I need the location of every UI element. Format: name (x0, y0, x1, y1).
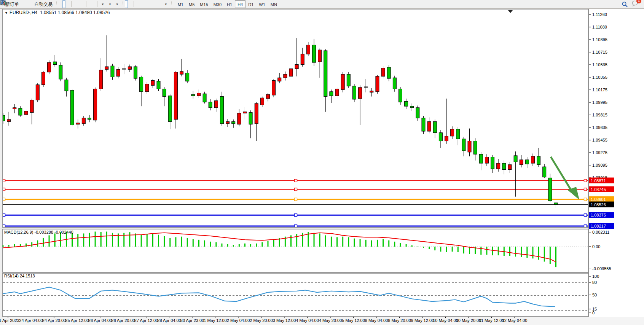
price-axis-label[interactable]: 1.10175 (592, 88, 607, 92)
time-axis-label[interactable]: 26 Apr 04:00 (88, 318, 112, 323)
rsi-axis-label[interactable]: 100 (592, 274, 599, 279)
notifications-button[interactable]: 1 (632, 0, 639, 8)
time-axis-label[interactable]: 21 Apr 2023 (0, 318, 19, 323)
timeframe-M1[interactable]: M1 (175, 0, 186, 8)
time-axis-label[interactable]: 10 May 04:00 (433, 318, 458, 323)
timeframe-M5[interactable]: M5 (186, 0, 197, 8)
macd-histogram-bar (544, 247, 545, 261)
price-axis-label[interactable]: 1.11260 (592, 12, 607, 17)
time-axis-label[interactable]: 3 May 12:00 (273, 318, 296, 323)
trendline-button[interactable] (143, 0, 147, 8)
timeframe-MN[interactable]: MN (268, 0, 280, 8)
timeframe-D1[interactable]: D1 (245, 0, 256, 8)
toolbar-grip[interactable] (122, 1, 124, 7)
text-button[interactable]: A (155, 0, 158, 8)
time-axis-label[interactable]: 5 May 12:00 (342, 318, 365, 323)
timeframe-H1[interactable]: H1 (224, 0, 235, 8)
channel-button[interactable]: E (147, 0, 150, 8)
line-handle[interactable] (295, 214, 297, 217)
time-axis-label[interactable]: 8 May 04:00 (365, 318, 388, 323)
time-axis-label[interactable]: 27 Apr 12:00 (134, 318, 158, 323)
new-order-button[interactable]: 新订单 (4, 0, 21, 8)
timeframe-W1[interactable]: W1 (256, 0, 268, 8)
time-axis-label[interactable]: 11 May 12:00 (479, 318, 504, 323)
crosshair-button[interactable] (129, 0, 132, 8)
line-handle[interactable] (295, 198, 297, 201)
time-axis-label[interactable]: 1 May 12:00 (204, 318, 227, 323)
time-axis-label[interactable]: 30 Apr 23:00 (180, 318, 204, 323)
price-axis-label[interactable]: 1.10355 (592, 75, 607, 80)
timeframe-M30[interactable]: M30 (211, 0, 224, 8)
time-axis-label[interactable]: 28 Apr 04:00 (157, 318, 181, 323)
search-icon[interactable] (622, 1, 628, 8)
periods-button[interactable]: ▼ (107, 0, 113, 8)
line-handle[interactable] (295, 179, 297, 182)
signal-button[interactable] (29, 0, 32, 8)
price-axis-label[interactable]: 1.09995 (592, 100, 607, 105)
arrow-objects-button[interactable]: ▼ (163, 0, 169, 8)
bar-chart-button[interactable] (59, 0, 62, 8)
time-axis-label[interactable]: 2 May 04:00 (227, 318, 250, 323)
price-axis-label[interactable]: 1.10895 (592, 37, 607, 42)
zoom-out-button[interactable] (77, 0, 80, 8)
time-axis-label[interactable]: 26 Apr 20:00 (111, 318, 135, 323)
price-axis-label[interactable]: 1.10535 (592, 62, 607, 67)
line-handle[interactable] (584, 188, 587, 191)
tile-windows-button[interactable] (81, 0, 84, 8)
text-label-button[interactable]: T (159, 0, 162, 8)
template-button[interactable]: ▼ (114, 0, 120, 8)
line-handle[interactable] (295, 188, 297, 191)
add-indicator-button[interactable]: ▼ (99, 0, 106, 8)
price-axis-label[interactable]: 1.09455 (592, 138, 607, 142)
quick-trade-toggle-icon[interactable]: ▼ (5, 11, 8, 15)
zoom-in-button[interactable] (73, 0, 77, 8)
timeframe-H4[interactable]: H4 (235, 0, 245, 8)
line-handle[interactable] (584, 198, 587, 201)
time-axis-label[interactable]: 24 Apr 20:00 (42, 318, 66, 323)
horizontal-line-button[interactable] (140, 0, 143, 8)
chart-canvas[interactable]: 1.112601.110801.108951.107151.105351.103… (0, 0, 644, 325)
macd-pane[interactable] (3, 229, 588, 272)
line-handle[interactable] (584, 179, 587, 182)
candlestick-chart-button[interactable] (62, 0, 65, 8)
price-axis-label[interactable]: 1.11080 (592, 25, 607, 29)
time-axis-label[interactable]: 25 Apr 12:00 (65, 318, 89, 323)
pane-splitter[interactable] (0, 228, 588, 229)
rsi-axis-label[interactable]: 50 (592, 293, 597, 297)
time-axis-label[interactable]: 10 May 20:00 (456, 318, 481, 323)
profile-button[interactable] (25, 0, 28, 8)
chart-autoscroll-button[interactable] (92, 0, 95, 8)
chart-shift-button[interactable] (88, 0, 91, 8)
price-axis-label[interactable]: 1.10715 (592, 50, 607, 54)
time-axis-label[interactable]: 24 Apr 04:00 (19, 318, 43, 323)
styles-button[interactable] (21, 0, 24, 8)
rsi-axis-label[interactable]: 80 (592, 280, 597, 285)
rsi-axis-label[interactable]: 0 (592, 311, 595, 315)
time-axis-label[interactable]: 8 May 20:00 (388, 318, 411, 323)
price-axis-label[interactable]: 1.09275 (592, 150, 607, 155)
line-handle[interactable] (584, 214, 587, 217)
line-handle[interactable] (295, 225, 297, 228)
macd-axis-label[interactable]: -0.003555 (592, 266, 611, 271)
price-axis-label[interactable]: 1.09095 (592, 163, 607, 167)
vertical-line-button[interactable] (136, 0, 139, 8)
time-axis-label[interactable]: 4 May 20:00 (319, 318, 342, 323)
time-axis-label[interactable]: 2 May 20:00 (250, 318, 273, 323)
fibonacci-button[interactable]: F (151, 0, 154, 8)
toolbar-grip[interactable] (171, 1, 173, 7)
line-chart-button[interactable] (66, 0, 69, 8)
time-axis-label[interactable]: 4 May 04:00 (296, 318, 319, 323)
timeframe-M15[interactable]: M15 (197, 0, 210, 8)
macd-histogram-bar (256, 244, 257, 247)
autotrade-button[interactable]: 自动交易 (33, 0, 54, 8)
macd-axis-label[interactable]: 0.002311 (592, 230, 609, 234)
toolbar-grip[interactable] (56, 1, 58, 7)
macd-axis-label[interactable]: 0.00 (592, 244, 600, 249)
rsi-pane[interactable] (3, 273, 588, 317)
price-axis-label[interactable]: 1.09635 (592, 125, 607, 130)
cursor-button[interactable] (125, 0, 128, 8)
time-axis-label[interactable]: 9 May 12:00 (411, 318, 434, 323)
price-axis-label[interactable]: 1.09815 (592, 113, 607, 117)
time-axis-label[interactable]: 12 May 04:00 (502, 318, 528, 323)
line-handle[interactable] (584, 225, 587, 228)
